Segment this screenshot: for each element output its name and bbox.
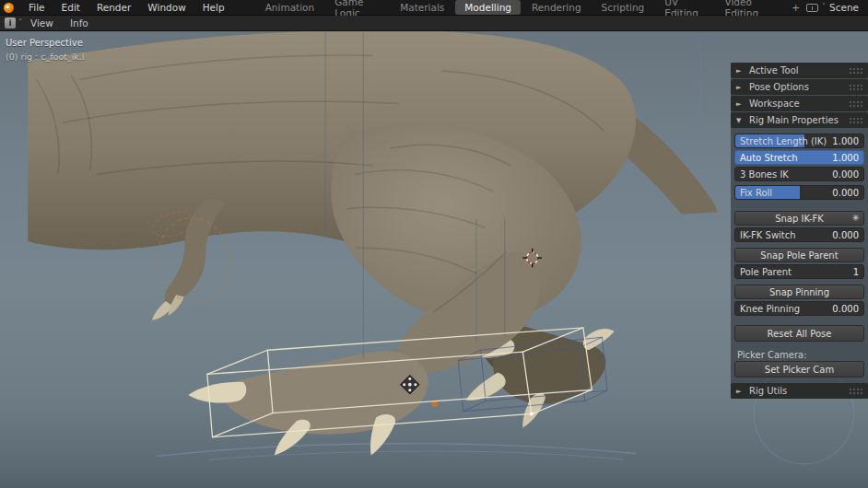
reset-all-pose-button[interactable]: Reset All Pose bbox=[734, 325, 864, 342]
active-bone-label: (0) rig : c_foot_ik.l bbox=[6, 52, 85, 62]
panel-section-active-tool[interactable]: ► Active Tool bbox=[731, 63, 868, 78]
slider-value: 1.000 bbox=[832, 153, 859, 163]
section-label: Rig Utils bbox=[749, 386, 787, 396]
field-value: 1 bbox=[853, 267, 859, 277]
pole-parent-field[interactable]: Pole Parent 1 bbox=[734, 264, 864, 279]
panel-grip-icon[interactable] bbox=[849, 117, 862, 124]
info-editor-header: i ˅ View Info bbox=[0, 16, 868, 31]
slider-value: 0.000 bbox=[832, 230, 859, 240]
slider-label: Knee Pinning bbox=[740, 304, 800, 314]
top-menubar: File Edit Render Window Help Animation G… bbox=[0, 0, 868, 16]
editor-type-icon[interactable]: i bbox=[5, 17, 16, 29]
menu-help[interactable]: Help bbox=[194, 1, 233, 14]
menu-view[interactable]: View bbox=[22, 17, 62, 29]
3d-viewport[interactable]: User Perspective (0) rig : c_foot_ik.l ►… bbox=[0, 31, 868, 488]
menu-render[interactable]: Render bbox=[88, 1, 139, 14]
section-label: Workspace bbox=[749, 99, 800, 109]
snap-pinning-button[interactable]: Snap Pinning bbox=[734, 285, 864, 299]
collapsed-arrow-icon: ► bbox=[736, 100, 744, 108]
scene-selector-label: Scene bbox=[829, 2, 859, 13]
fix-roll-slider[interactable]: Fix Roll 0.000 bbox=[734, 185, 864, 200]
panel-section-pose-options[interactable]: ► Pose Options bbox=[731, 79, 868, 95]
add-layout-button[interactable]: + bbox=[786, 0, 805, 15]
slider-label: IK-FK Switch bbox=[740, 230, 796, 240]
three-bones-ik-slider[interactable]: 3 Bones IK 0.000 bbox=[734, 167, 864, 181]
knee-pinning-slider[interactable]: Knee Pinning 0.000 bbox=[734, 301, 864, 316]
blender-window: File Edit Render Window Help Animation G… bbox=[0, 0, 868, 488]
panel-grip-icon[interactable] bbox=[849, 388, 862, 395]
slider-label: 3 Bones IK bbox=[740, 169, 789, 180]
collapsed-arrow-icon: ► bbox=[736, 84, 744, 91]
panel-section-rig-main-properties[interactable]: ▼ Rig Main Properties bbox=[731, 112, 868, 128]
rig-properties-panel: ► Active Tool ► Pose Options ► Workspace… bbox=[731, 63, 868, 399]
slider-value: 1.000 bbox=[832, 136, 859, 146]
set-picker-cam-button[interactable]: Set Picker Cam bbox=[734, 361, 864, 378]
view-perspective-label: User Perspective bbox=[6, 38, 85, 48]
button-label: Snap Pinning bbox=[769, 287, 829, 297]
menu-window[interactable]: Window bbox=[139, 1, 194, 14]
trex-foot bbox=[223, 351, 428, 435]
tab-rendering[interactable]: Rendering bbox=[522, 0, 591, 15]
panel-grip-icon[interactable] bbox=[849, 67, 862, 75]
auto-stretch-slider[interactable]: Auto Stretch 1.000 bbox=[734, 150, 864, 165]
rig-main-content: Stretch Length (IK) 1.000 Auto Stretch 1… bbox=[731, 129, 868, 378]
menu-file[interactable]: File bbox=[20, 1, 53, 14]
picker-camera-label: Picker Camera: bbox=[734, 349, 864, 361]
panel-section-workspace[interactable]: ► Workspace bbox=[731, 96, 868, 111]
button-label: Set Picker Cam bbox=[765, 365, 834, 375]
collapsed-arrow-icon: ► bbox=[736, 67, 744, 75]
tab-materials[interactable]: Materials bbox=[391, 0, 453, 15]
slider-label: Auto Stretch bbox=[740, 153, 797, 163]
collapsed-arrow-icon: ► bbox=[736, 388, 744, 395]
ikfk-switch-slider[interactable]: IK-FK Switch 0.000 bbox=[734, 227, 864, 242]
scene-selector[interactable]: ˅ Scene bbox=[806, 2, 859, 13]
expanded-arrow-icon: ▼ bbox=[736, 117, 744, 124]
slider-value: 0.000 bbox=[832, 188, 859, 198]
slider-value: 0.000 bbox=[832, 169, 859, 180]
blender-logo-icon[interactable] bbox=[4, 3, 14, 13]
screen-layout-icon bbox=[806, 4, 818, 12]
section-label: Active Tool bbox=[749, 65, 799, 76]
panel-section-rig-utils[interactable]: ► Rig Utils bbox=[731, 383, 868, 399]
chevron-down-icon: ˅ bbox=[822, 4, 826, 11]
button-label: Snap Pole Parent bbox=[760, 250, 838, 261]
button-label: Reset All Pose bbox=[768, 329, 832, 339]
section-label: Pose Options bbox=[749, 82, 809, 92]
menu-edit[interactable]: Edit bbox=[53, 1, 88, 14]
viewport-overlay-text: User Perspective (0) rig : c_foot_ik.l bbox=[6, 38, 85, 62]
section-label: Rig Main Properties bbox=[749, 115, 839, 125]
tab-scripting[interactable]: Scripting bbox=[592, 0, 654, 15]
slider-value: 0.000 bbox=[832, 304, 859, 314]
slider-label: Fix Roll bbox=[740, 188, 772, 198]
button-label: Snap IK-FK bbox=[775, 214, 824, 224]
panel-grip-icon[interactable] bbox=[849, 84, 862, 91]
field-label: Pole Parent bbox=[740, 267, 792, 277]
tab-animation[interactable]: Animation bbox=[256, 0, 324, 15]
tab-modelling[interactable]: Modelling bbox=[455, 0, 521, 15]
snap-ikfk-button[interactable]: Snap IK-FK ✳ bbox=[734, 211, 864, 226]
panel-grip-icon[interactable] bbox=[849, 100, 862, 108]
stretch-length-slider[interactable]: Stretch Length (IK) 1.000 bbox=[734, 134, 864, 148]
sparkle-icon: ✳ bbox=[852, 213, 860, 223]
snap-pole-parent-button[interactable]: Snap Pole Parent bbox=[734, 248, 864, 262]
trex-model[interactable] bbox=[28, 31, 718, 455]
slider-label: Stretch Length (IK) bbox=[740, 136, 827, 146]
menu-info[interactable]: Info bbox=[62, 17, 97, 29]
